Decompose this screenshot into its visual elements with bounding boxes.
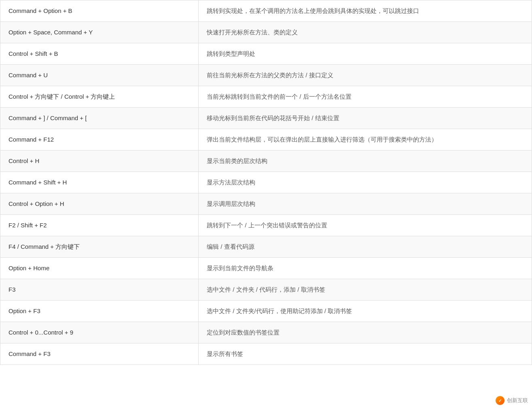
shortcut-key: Option + Space, Command + Y (0, 22, 199, 43)
table-row: Control + Option + H显示调用层次结构 (0, 193, 532, 215)
table-row: F4 / Command + 方向键下编辑 / 查看代码源 (0, 236, 532, 258)
shortcut-key: Control + H (0, 150, 199, 172)
shortcut-key: Command + F3 (0, 343, 199, 365)
shortcut-key: Control + Shift + B (0, 43, 199, 65)
shortcut-key: Control + 方向键下 / Control + 方向键上 (0, 86, 199, 108)
shortcut-key: F4 / Command + 方向键下 (0, 236, 199, 258)
shortcut-description: 显示调用层次结构 (199, 193, 532, 215)
table-row: Command + F12弹出当前文件结构层，可以在弹出的层上直接输入进行筛选（… (0, 129, 532, 150)
table-row: Option + F3选中文件 / 文件夹/代码行，使用助记符添加 / 取消书签 (0, 301, 532, 322)
table-row: Command + Option + B跳转到实现处，在某个调用的方法名上使用会… (0, 0, 532, 22)
table-row: F2 / Shift + F2跳转到下一个 / 上一个突出错误或警告的位置 (0, 215, 532, 236)
table-row: Control + 0...Control + 9定位到对应数值的书签位置 (0, 322, 532, 343)
shortcut-description: 选中文件 / 文件夹/代码行，使用助记符添加 / 取消书签 (199, 301, 532, 322)
shortcut-key: Command + U (0, 65, 199, 86)
shortcut-description: 显示方法层次结构 (199, 172, 532, 193)
table-row: Option + Space, Command + Y快速打开光标所在方法、类的… (0, 22, 532, 43)
shortcut-description: 跳转到下一个 / 上一个突出错误或警告的位置 (199, 215, 532, 236)
table-row: F3选中文件 / 文件夹 / 代码行，添加 / 取消书签 (0, 279, 532, 301)
shortcut-table: Command + Option + B跳转到实现处，在某个调用的方法名上使用会… (0, 0, 532, 365)
shortcut-description: 显示到当前文件的导航条 (199, 258, 532, 279)
shortcut-description: 跳转到类型声明处 (199, 43, 532, 65)
table-row: Option + Home显示到当前文件的导航条 (0, 258, 532, 279)
shortcut-key: Command + F12 (0, 129, 199, 150)
table-row: Control + H显示当前类的层次结构 (0, 150, 532, 172)
table-row: Command + Shift + H显示方法层次结构 (0, 172, 532, 193)
shortcut-key: Control + Option + H (0, 193, 199, 215)
table-row: Command + ] / Command + [移动光标到当前所在代码的花括号… (0, 108, 532, 129)
shortcut-description: 快速打开光标所在方法、类的定义 (199, 22, 532, 43)
shortcut-key: Option + F3 (0, 301, 199, 322)
table-row: Control + Shift + B跳转到类型声明处 (0, 43, 532, 65)
shortcut-description: 编辑 / 查看代码源 (199, 236, 532, 258)
shortcut-key: Option + Home (0, 258, 199, 279)
shortcut-description: 移动光标到当前所在代码的花括号开始 / 结束位置 (199, 108, 532, 129)
shortcut-description: 定位到对应数值的书签位置 (199, 322, 532, 343)
shortcut-description: 跳转到实现处，在某个调用的方法名上使用会跳到具体的实现处，可以跳过接口 (199, 0, 532, 22)
shortcut-key: Command + Option + B (0, 0, 199, 22)
shortcut-description: 前往当前光标所在方法的父类的方法 / 接口定义 (199, 65, 532, 86)
shortcut-key: F3 (0, 279, 199, 301)
table-row: Command + F3显示所有书签 (0, 343, 532, 365)
shortcut-description: 弹出当前文件结构层，可以在弹出的层上直接输入进行筛选（可用于搜索类中的方法） (199, 129, 532, 150)
table-row: Command + U前往当前光标所在方法的父类的方法 / 接口定义 (0, 65, 532, 86)
shortcut-description: 显示当前类的层次结构 (199, 150, 532, 172)
shortcut-key: Control + 0...Control + 9 (0, 322, 199, 343)
shortcut-description: 当前光标跳转到当前文件的前一个 / 后一个方法名位置 (199, 86, 532, 108)
shortcut-description: 选中文件 / 文件夹 / 代码行，添加 / 取消书签 (199, 279, 532, 301)
table-row: Control + 方向键下 / Control + 方向键上当前光标跳转到当前… (0, 86, 532, 108)
shortcut-key: F2 / Shift + F2 (0, 215, 199, 236)
shortcut-key: Command + ] / Command + [ (0, 108, 199, 129)
shortcut-description: 显示所有书签 (199, 343, 532, 365)
shortcut-key: Command + Shift + H (0, 172, 199, 193)
